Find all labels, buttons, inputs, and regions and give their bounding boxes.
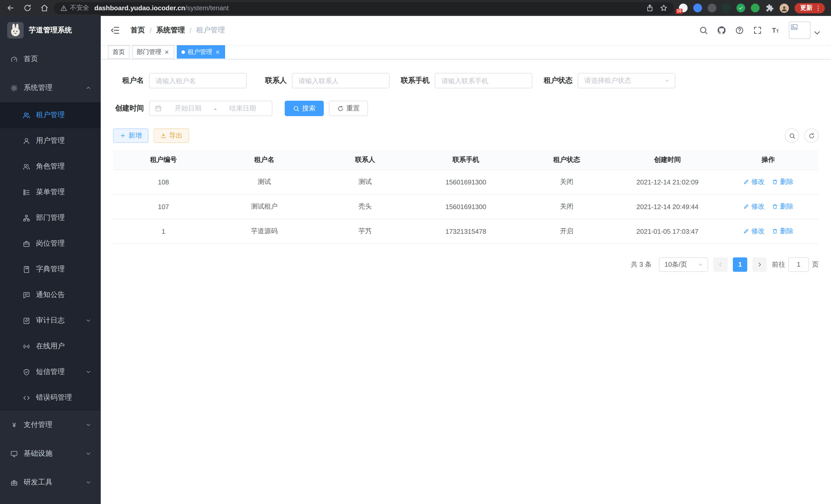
create-time-range-picker[interactable]: 开始日期 - 结束日期 — [149, 101, 273, 116]
sidebar-item-online-user[interactable]: 在线用户 — [0, 333, 101, 359]
sidebar-item-label: 错误码管理 — [36, 393, 72, 402]
extension-dark-globe[interactable] — [708, 4, 716, 12]
tab-tenant[interactable]: 租户管理 — [177, 45, 225, 59]
sidebar-item-notice[interactable]: 通知公告 — [0, 282, 101, 308]
column-header: 租户名 — [214, 150, 315, 170]
next-page-button[interactable] — [752, 257, 767, 271]
sidebar-item-home[interactable]: 首页 — [0, 45, 101, 73]
reset-button[interactable]: 重置 — [329, 101, 368, 116]
column-header: 联系人 — [315, 150, 416, 170]
user-menu[interactable] — [789, 22, 822, 39]
toggle-search-button[interactable] — [785, 128, 799, 143]
breadcrumb-system[interactable]: 系统管理 — [156, 26, 185, 35]
create-time-label: 创建时间 — [113, 104, 144, 113]
help-icon[interactable] — [735, 26, 744, 35]
delete-link[interactable]: 删除 — [772, 177, 794, 186]
browser-window: 不安全 dashboard.yudao.iocoder.cn/system/te… — [0, 0, 831, 504]
sidebar-menu: 首页系统管理租户管理用户管理角色管理菜单管理部门管理岗位管理字典管理通知公告审计… — [0, 45, 101, 504]
export-button[interactable]: 导出 — [154, 128, 189, 143]
sidebar-item-audit-log[interactable]: 审计日志 — [0, 308, 101, 333]
extension-green-chat[interactable] — [751, 4, 760, 12]
sidebar-item-post[interactable]: 岗位管理 — [0, 231, 101, 256]
tab-dept[interactable]: 部门管理 — [132, 45, 174, 59]
edit-link[interactable]: 修改 — [743, 177, 765, 186]
sidebar-item-error-code[interactable]: 错误码管理 — [0, 385, 101, 411]
update-label: 更新 — [800, 4, 812, 12]
contact-input[interactable] — [292, 73, 390, 88]
tab-close-icon[interactable] — [164, 49, 170, 55]
phone-input[interactable] — [435, 73, 533, 88]
prev-page-button[interactable] — [713, 257, 728, 271]
fullscreen-icon[interactable] — [753, 26, 762, 35]
update-button[interactable]: 更新 — [795, 3, 825, 13]
cell-actions: 修改删除 — [718, 170, 819, 194]
sidebar-item-infra[interactable]: 基础设施 — [0, 439, 101, 468]
chevron-right-icon — [756, 261, 763, 267]
tab-home[interactable]: 首页 — [108, 45, 130, 59]
font-size-icon[interactable]: TT — [771, 26, 780, 35]
search-icon[interactable] — [699, 26, 708, 35]
tenant-name-input[interactable] — [149, 73, 247, 88]
cell-phone: 15601691300 — [416, 194, 516, 219]
sidebar-item-menu[interactable]: 菜单管理 — [0, 179, 101, 205]
edit-link[interactable]: 修改 — [743, 227, 765, 236]
reload-icon[interactable] — [23, 4, 32, 12]
url-text: dashboard.yudao.iocoder.cn/system/tenant — [94, 4, 641, 12]
goto-page-input[interactable] — [789, 257, 809, 271]
topbar: 首页 / 系统管理 / 租户管理 TT — [101, 16, 831, 45]
refresh-table-button[interactable] — [804, 128, 819, 143]
sidebar-item-dept[interactable]: 部门管理 — [0, 205, 101, 231]
goto-suffix: 页 — [812, 260, 819, 269]
code-icon — [23, 394, 30, 402]
app-logo: 芋道管理系统 — [0, 16, 101, 45]
github-icon[interactable] — [717, 26, 726, 35]
sidebar-item-label: 岗位管理 — [36, 239, 65, 248]
breadcrumb-separator: / — [149, 26, 152, 34]
page-size-select[interactable]: 10条/页 — [659, 257, 708, 271]
sidebar-item-system[interactable]: 系统管理 — [0, 73, 101, 102]
svg-text:T: T — [776, 29, 779, 33]
page-1-button[interactable]: 1 — [733, 257, 747, 271]
extension-dark-green[interactable] — [722, 4, 731, 12]
menu-fold-icon[interactable] — [110, 25, 120, 35]
sidebar-item-sms[interactable]: 短信管理 — [0, 359, 101, 385]
delete-link[interactable]: 删除 — [772, 227, 794, 236]
sidebar-item-role[interactable]: 角色管理 — [0, 154, 101, 179]
browser-profile-avatar[interactable] — [780, 3, 789, 12]
monitor-icon — [10, 450, 18, 457]
tenant-status-select[interactable]: 请选择租户状态 — [578, 73, 675, 88]
sidebar-item-tenant[interactable]: 租户管理 — [0, 102, 101, 128]
sidebar-item-devtools[interactable]: 研发工具 — [0, 468, 101, 497]
add-button[interactable]: 新增 — [113, 128, 148, 143]
plus-icon — [120, 132, 126, 139]
cell-created: 2021-12-14 21:02:09 — [617, 170, 718, 194]
extension-green-check[interactable] — [737, 4, 745, 12]
edit-link[interactable]: 修改 — [743, 202, 765, 211]
check-icon — [738, 5, 744, 11]
address-bar[interactable]: 不安全 dashboard.yudao.iocoder.cn/system/te… — [54, 2, 674, 14]
sidebar-item-dict[interactable]: 字典管理 — [0, 256, 101, 282]
security-chip[interactable]: 不安全 — [60, 4, 89, 12]
share-icon[interactable] — [646, 4, 654, 12]
tab-close-icon[interactable] — [215, 49, 221, 55]
sidebar-item-label: 基础设施 — [24, 449, 52, 458]
home-icon[interactable] — [40, 4, 49, 12]
sidebar-item-label: 通知公告 — [36, 290, 65, 299]
extension-badge: 10 — [676, 9, 683, 14]
chevron-down-icon — [85, 318, 91, 324]
search-button[interactable]: 搜索 — [285, 101, 324, 116]
extension-blue[interactable] — [693, 4, 702, 12]
delete-link[interactable]: 删除 — [772, 202, 794, 211]
extensions-puzzle-icon[interactable] — [765, 4, 774, 12]
edit-icon — [743, 228, 749, 234]
breadcrumb-current: 租户管理 — [196, 26, 225, 35]
extension-light-badge[interactable]: 10 — [679, 4, 688, 12]
pagination: 共 3 条 10条/页 1 前往 页 — [113, 257, 819, 271]
sidebar-item-user[interactable]: 用户管理 — [0, 128, 101, 154]
breadcrumb-home[interactable]: 首页 — [131, 26, 145, 35]
back-icon[interactable] — [6, 4, 15, 12]
bookmark-star-icon[interactable] — [660, 4, 667, 12]
sidebar-item-label: 租户管理 — [36, 111, 65, 120]
sidebar-item-pay[interactable]: ¥支付管理 — [0, 411, 101, 439]
status-label: 租户状态 — [542, 76, 573, 85]
